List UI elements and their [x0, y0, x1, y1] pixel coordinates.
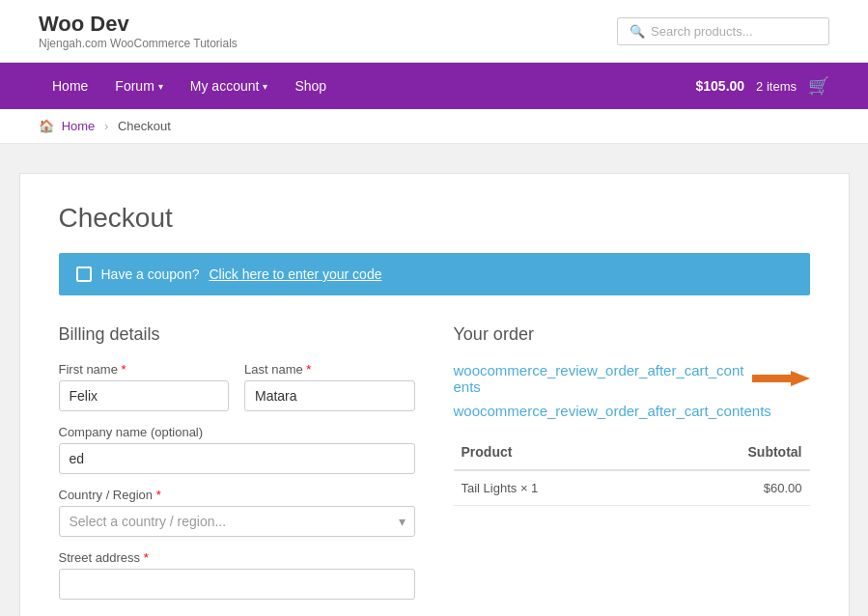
required-indicator: * — [122, 362, 126, 377]
nav-right: $105.00 2 items 🛒 — [695, 75, 829, 97]
required-indicator: * — [306, 362, 311, 377]
last-name-label: Last name * — [244, 362, 415, 377]
subtotal-col-header: Subtotal — [657, 434, 809, 470]
first-name-input[interactable] — [59, 380, 230, 411]
required-indicator: * — [156, 488, 161, 502]
search-box[interactable]: 🔍 Search products... — [617, 17, 829, 45]
first-name-label: First name * — [59, 362, 230, 377]
street-field-group: Street address * — [59, 550, 415, 600]
country-select-wrapper: Select a country / region... ▾ — [59, 506, 415, 537]
last-name-field-group: Last name * — [244, 362, 415, 411]
subtotal-cell: $60.00 — [657, 470, 809, 506]
orange-arrow-icon — [752, 367, 810, 390]
billing-title: Billing details — [59, 324, 415, 345]
hook-text-1[interactable]: woocommerce_review_order_after_cart_cont… — [454, 362, 744, 395]
country-label: Country / Region * — [59, 488, 415, 502]
site-tagline: Njengah.com WooCommerce Tutorials — [39, 37, 238, 50]
product-cell: Tail Lights × 1 — [454, 470, 658, 506]
search-icon: 🔍 — [630, 24, 645, 39]
hook-text-2[interactable]: woocommerce_review_order_after_cart_cont… — [454, 403, 771, 419]
main-wrapper: Checkout Have a coupon? Click here to en… — [19, 173, 850, 616]
company-label: Company name (optional) — [59, 425, 415, 439]
last-name-input[interactable] — [244, 380, 415, 411]
page-title: Checkout — [59, 203, 810, 234]
breadcrumb: 🏠 Home › Checkout — [0, 109, 868, 144]
table-row: Tail Lights × 1 $60.00 — [454, 470, 810, 506]
cart-total: $105.00 — [695, 78, 744, 94]
country-field-group: Country / Region * Select a country / re… — [59, 488, 415, 537]
coupon-banner: Have a coupon? Click here to enter your … — [59, 253, 810, 295]
checkout-columns: Billing details First name * Last name * — [59, 324, 810, 613]
site-branding: Woo Dev Njengah.com WooCommerce Tutorial… — [39, 12, 238, 50]
chevron-down-icon: ▾ — [263, 81, 267, 92]
coupon-link[interactable]: Click here to enter your code — [209, 266, 381, 282]
order-hook-2: woocommerce_review_order_after_cart_cont… — [454, 403, 810, 419]
site-header: Woo Dev Njengah.com WooCommerce Tutorial… — [0, 0, 868, 63]
coupon-checkbox-icon — [76, 266, 92, 282]
search-placeholder: Search products... — [651, 24, 753, 39]
company-field-group: Company name (optional) — [59, 425, 415, 474]
nav-item-account[interactable]: My account ▾ — [177, 63, 282, 109]
name-fields-group: First name * Last name * — [59, 362, 415, 411]
nav-item-shop[interactable]: Shop — [281, 63, 340, 109]
cart-icon[interactable]: 🛒 — [808, 75, 829, 97]
breadcrumb-separator: › — [104, 119, 108, 133]
required-indicator: * — [144, 550, 149, 565]
order-title: Your order — [454, 324, 810, 345]
order-column: Your order woocommerce_review_order_afte… — [454, 324, 810, 613]
nav-item-home[interactable]: Home — [39, 63, 101, 109]
cart-items-count: 2 items — [756, 79, 797, 94]
site-title: Woo Dev — [39, 12, 238, 37]
order-hook-1: woocommerce_review_order_after_cart_cont… — [454, 362, 810, 395]
nav-item-forum[interactable]: Forum ▾ — [101, 63, 176, 109]
product-col-header: Product — [454, 434, 658, 470]
first-name-field-group: First name * — [59, 362, 230, 411]
order-table: Product Subtotal Tail Lights × 1 $60.00 — [454, 434, 810, 506]
home-icon: 🏠 — [39, 119, 54, 133]
svg-marker-0 — [752, 371, 810, 386]
nav-left: Home Forum ▾ My account ▾ Shop — [39, 63, 340, 109]
order-table-header-row: Product Subtotal — [454, 434, 810, 470]
street-label: Street address * — [59, 550, 415, 565]
country-select[interactable]: Select a country / region... — [59, 506, 415, 537]
street-input[interactable] — [59, 569, 415, 600]
coupon-text: Have a coupon? — [101, 266, 200, 282]
billing-column: Billing details First name * Last name * — [59, 324, 415, 613]
breadcrumb-current: Checkout — [118, 119, 171, 133]
chevron-down-icon: ▾ — [158, 81, 163, 92]
company-input[interactable] — [59, 443, 415, 474]
site-nav: Home Forum ▾ My account ▾ Shop $105.00 2… — [0, 63, 868, 109]
breadcrumb-home-link[interactable]: Home — [62, 119, 96, 133]
